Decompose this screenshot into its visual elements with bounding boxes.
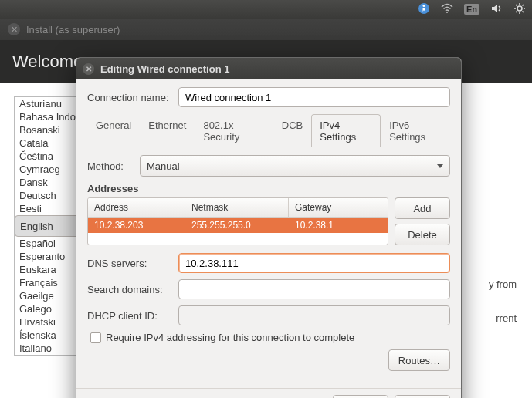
cell-gateway: 10.2.38.1 [289,218,388,233]
search-domains-label: Search domains: [87,284,172,295]
col-address: Address [88,198,185,217]
connection-name-input[interactable] [178,87,450,107]
method-select-value: Manual [147,160,180,172]
chevron-down-icon [437,164,443,168]
col-netmask: Netmask [185,198,289,217]
addresses-table-header: Address Netmask Gateway [88,198,388,218]
accessibility-icon[interactable] [418,2,430,17]
installer-titlebar: ✕ Install (as superuser) [0,19,532,40]
cell-address: 10.2.38.203 [88,218,185,233]
close-icon[interactable]: ✕ [8,23,20,35]
svg-line-8 [516,5,517,6]
method-label: Method: [87,160,134,172]
bg-text-fragment: y from [489,278,517,290]
addresses-table[interactable]: Address Netmask Gateway 10.2.38.203 255.… [87,197,388,245]
tab-general[interactable]: General [87,114,140,147]
col-gateway: Gateway [289,198,388,217]
svg-point-1 [422,5,425,7]
table-empty-space [88,233,388,244]
dns-servers-input[interactable] [178,253,450,273]
svg-line-9 [523,11,524,12]
search-domains-input[interactable] [178,279,450,299]
dhcp-client-id-label: DHCP client ID: [87,310,172,322]
tab-ipv6-settings[interactable]: IPv6 Settings [381,114,450,147]
installer-title-text: Install (as superuser) [26,24,120,35]
welcome-heading: Welcome [12,52,83,72]
dns-servers-label: DNS servers: [87,258,172,269]
gear-icon[interactable] [513,2,526,17]
keyboard-layout-indicator[interactable]: En [464,4,479,15]
dhcp-client-id-input [178,305,450,325]
tab-dcb[interactable]: DCB [273,114,311,147]
bg-text-fragment: rrent [496,312,517,324]
volume-icon[interactable] [490,2,503,17]
save-button[interactable]: Save [395,395,450,398]
method-select[interactable]: Manual [140,155,450,177]
tab-802-1x-security[interactable]: 802.1x Security [195,114,273,147]
wifi-icon[interactable] [441,2,453,17]
system-topbar: En [0,0,532,19]
connection-name-label: Connection name: [87,92,172,103]
tab-ethernet[interactable]: Ethernet [140,114,195,147]
svg-line-11 [523,5,524,6]
table-row[interactable]: 10.2.38.203 255.255.255.0 10.2.38.1 [88,218,388,233]
delete-button[interactable]: Delete [395,224,450,245]
require-ipv4-label: Require IPv4 addressing for this connect… [106,332,354,343]
dialog-title-text: Editing Wired connection 1 [100,63,229,75]
network-editor-dialog: ✕ Editing Wired connection 1 Connection … [76,57,462,398]
svg-point-2 [446,12,448,13]
require-ipv4-checkbox[interactable] [90,332,101,343]
tab-ipv4-settings[interactable]: IPv4 Settings [311,114,381,147]
cancel-button[interactable]: Cancel [333,395,388,398]
dialog-titlebar: ✕ Editing Wired connection 1 [76,58,461,79]
tabstrip: GeneralEthernet802.1x SecurityDCBIPv4 Se… [87,113,450,147]
close-icon[interactable]: ✕ [83,63,94,75]
svg-point-3 [517,6,522,11]
dialog-footer: Cancel Save [76,388,461,398]
cell-netmask: 255.255.255.0 [185,218,289,233]
routes-button[interactable]: Routes… [388,349,450,371]
addresses-section-label: Addresses [87,183,450,194]
svg-line-10 [516,11,517,12]
add-button[interactable]: Add [395,197,450,219]
